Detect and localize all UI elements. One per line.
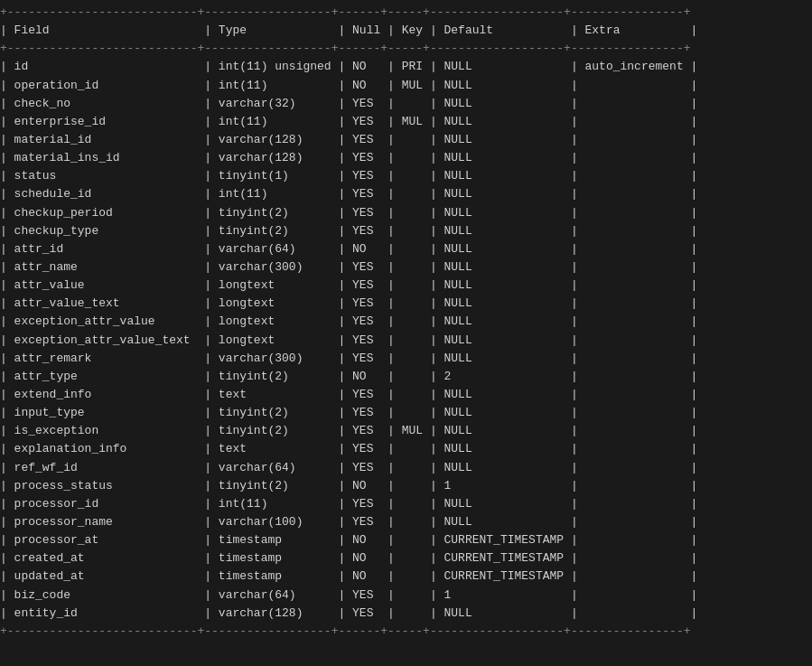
- table-row: | is_exception | tinyint(2) | YES | MUL …: [0, 424, 697, 437]
- table-row: | check_no | varchar(32) | YES | | NULL …: [0, 97, 697, 110]
- table-row: | input_type | tinyint(2) | YES | | NULL…: [0, 406, 697, 419]
- table-row: | checkup_type | tinyint(2) | YES | | NU…: [0, 224, 697, 238]
- table-row: | checkup_period | tinyint(2) | YES | | …: [0, 206, 697, 220]
- table-row: | enterprise_id | int(11) | YES | MUL | …: [0, 115, 697, 128]
- table-row: | material_ins_id | varchar(128) | YES |…: [0, 151, 697, 164]
- table-row: | exception_attr_value_text | longtext |…: [0, 333, 697, 347]
- table-row: | updated_at | timestamp | NO | | CURREN…: [0, 569, 697, 583]
- table-row: | entity_id | varchar(128) | YES | | NUL…: [0, 606, 697, 620]
- table-row: | material_id | varchar(128) | YES | | N…: [0, 133, 697, 146]
- table-output: +---------------------------+-----------…: [0, 4, 812, 641]
- table-row: | attr_type | tinyint(2) | NO | | 2 | |: [0, 370, 697, 383]
- table-row: | processor_at | timestamp | NO | | CURR…: [0, 533, 697, 547]
- separator-bot: +---------------------------+-----------…: [0, 624, 691, 638]
- table-row: | attr_id | varchar(64) | NO | | NULL | …: [0, 242, 697, 256]
- table-row: | process_status | tinyint(2) | NO | | 1…: [0, 479, 697, 492]
- table-row: | schedule_id | int(11) | YES | | NULL |…: [0, 187, 697, 201]
- header-row: | Field | Type | Null | Key | Default | …: [0, 23, 697, 37]
- table-row: | extend_info | text | YES | | NULL | |: [0, 388, 697, 401]
- table-row: | processor_name | varchar(100) | YES | …: [0, 515, 697, 529]
- table-row: | attr_remark | varchar(300) | YES | | N…: [0, 352, 697, 365]
- table-row: | exception_attr_value | longtext | YES …: [0, 314, 697, 328]
- table-row: | status | tinyint(1) | YES | | NULL | |: [0, 169, 697, 183]
- table-row: | created_at | timestamp | NO | | CURREN…: [0, 551, 697, 565]
- table-row: | attr_value_text | longtext | YES | | N…: [0, 296, 697, 310]
- table-row: | explanation_info | text | YES | | NULL…: [0, 442, 697, 455]
- table-row: | ref_wf_id | varchar(64) | YES | | NULL…: [0, 461, 697, 474]
- table-row: | id | int(11) unsigned | NO | PRI | NUL…: [0, 60, 697, 73]
- table-row: | biz_code | varchar(64) | YES | | 1 | |: [0, 588, 697, 602]
- separator-mid: +---------------------------+-----------…: [0, 42, 691, 55]
- table-row: | processor_id | int(11) | YES | | NULL …: [0, 497, 697, 511]
- terminal-window: +---------------------------+-----------…: [0, 0, 812, 644]
- table-row: | attr_name | varchar(300) | YES | | NUL…: [0, 260, 697, 274]
- table-row: | operation_id | int(11) | NO | MUL | NU…: [0, 79, 697, 92]
- separator-top: +---------------------------+-----------…: [0, 5, 691, 19]
- table-row: | attr_value | longtext | YES | | NULL |…: [0, 278, 697, 292]
